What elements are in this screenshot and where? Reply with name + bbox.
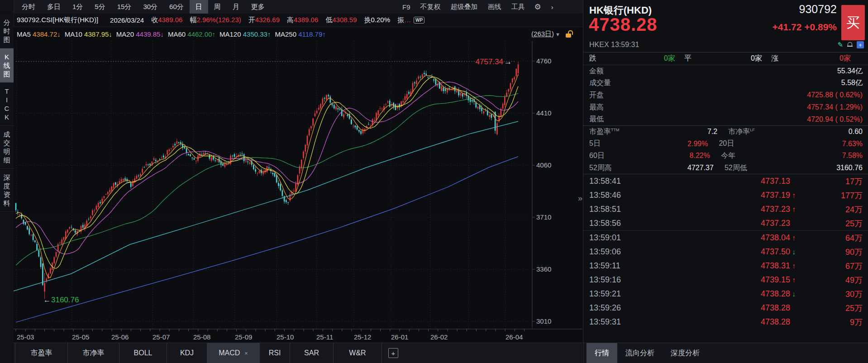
indicator-tab-KDJ[interactable]: KDJ: [167, 343, 207, 363]
date-label: 2026/03/24: [110, 16, 144, 24]
stat-row-成交量: 成交量5.58亿: [583, 77, 868, 90]
stat-row-52周高: 52周高4727.3752周低3160.76: [583, 162, 868, 175]
tick-row: 13:59:164739.15↑49万: [583, 273, 868, 287]
alert-bell-icon[interactable]: [847, 42, 853, 48]
indicator-tab-RSI[interactable]: RSI: [260, 343, 290, 363]
candlestick-chart[interactable]: 47604410406037103360301025-0325-0525-062…: [14, 41, 582, 343]
svg-text:25-06: 25-06: [111, 333, 129, 341]
svg-text:26-01: 26-01: [391, 333, 408, 341]
indicator-tab-市净率[interactable]: 市净率: [68, 343, 119, 363]
arrow-up-icon: ↑: [790, 276, 804, 284]
toolbar-item-超级叠加[interactable]: 超级叠加: [446, 3, 483, 11]
close-icon[interactable]: ×: [244, 350, 248, 357]
svg-text:25-11: 25-11: [316, 333, 333, 341]
edit-icon[interactable]: ✎: [837, 41, 843, 49]
lock-icon[interactable]: [566, 30, 572, 38]
svg-text:4060: 4060: [536, 161, 551, 169]
panel-collapse-handle[interactable]: »: [578, 194, 582, 203]
last-price: 4738.28: [589, 14, 658, 35]
sidebar-item-深度资料[interactable]: 深度资料: [0, 169, 14, 212]
add-watchlist-icon[interactable]: +: [857, 41, 864, 48]
ma-values: MA5 4384.72↓MA10 4387.95↓MA20 4439.85↓MA…: [14, 30, 330, 38]
period-range-label: (263日): [531, 30, 554, 38]
arrow-down-icon: ↓: [790, 248, 804, 256]
svg-text:26-02: 26-02: [430, 333, 448, 341]
gear-icon[interactable]: ⚙: [530, 2, 546, 12]
sidebar-item-K线图[interactable]: K线图: [0, 48, 14, 83]
toolbar-item-画线[interactable]: 画线: [483, 3, 506, 11]
info-幅: 幅2.96%(126.23): [190, 16, 241, 24]
svg-text:←: ←: [43, 296, 51, 304]
sidebar-item-成交明细[interactable]: 成交明细: [0, 126, 14, 169]
wp-icon[interactable]: WP: [414, 17, 424, 24]
sidebar-item-分时图[interactable]: 分时图: [0, 14, 14, 48]
stat-row-5日: 5日2.99%20日7.63%: [583, 138, 868, 150]
indicator-tab-MACD[interactable]: MACD×: [207, 343, 260, 363]
tick-row: 13:59:214738.28↓30万: [583, 287, 868, 301]
quote-header-icons: ✎ +: [837, 41, 864, 49]
period-tab-日[interactable]: 日: [190, 0, 208, 14]
period-range-selector[interactable]: (263日)▼: [531, 30, 560, 38]
period-tab-5分[interactable]: 5分: [89, 0, 111, 14]
add-indicator-button[interactable]: +: [388, 348, 398, 358]
toolbar-item-F9[interactable]: F9: [397, 3, 415, 11]
period-tab-多日[interactable]: 多日: [41, 0, 67, 14]
tick-row: 13:59:314738.289万: [583, 315, 868, 329]
quote-time: 13:59:31: [611, 41, 639, 48]
arrow-up-icon: ↑: [790, 191, 804, 200]
indicator-tab-BOLL[interactable]: BOLL: [119, 343, 167, 363]
period-tab-分时[interactable]: 分时: [16, 0, 41, 14]
tick-row: 13:59:014738.04↑64万: [583, 231, 868, 245]
buy-button[interactable]: 买: [841, 5, 865, 40]
price-change: +41.72 +0.89%: [773, 22, 837, 33]
tick-row: 13:59:064737.50↓90万: [583, 245, 868, 259]
stat-row-市盈率: 市盈率TTM7.2市净率LF0.60: [583, 126, 868, 138]
info-换: 换0.20%: [364, 16, 390, 24]
svg-text:4760: 4760: [536, 57, 551, 65]
info-振: 振…: [397, 16, 411, 24]
svg-text:→: →: [504, 57, 512, 66]
period-tab-周[interactable]: 周: [208, 0, 227, 14]
toolbar-item-不复权[interactable]: 不复权: [415, 3, 446, 11]
tick-row: 13:58:414737.1317万: [583, 174, 868, 188]
ma-value-MA250: MA250 4118.79↑: [275, 30, 325, 38]
period-tab-15分[interactable]: 15分: [111, 0, 138, 14]
panel-tab-流向分析[interactable]: 流向分析: [617, 343, 663, 363]
ma-value-MA20: MA20 4439.85↓: [116, 30, 164, 38]
panel-tab-深度分析[interactable]: 深度分析: [663, 343, 708, 363]
period-tab-60分[interactable]: 60分: [163, 0, 190, 14]
sidebar-item-TICK[interactable]: TICK: [0, 83, 14, 126]
info-bar: 930792.CSI[HK银行(HKD)]2026/03/24收4389.06幅…: [0, 14, 582, 27]
symbol-label: 930792.CSI[HK银行(HKD)]: [17, 16, 98, 24]
svg-text:25-10: 25-10: [277, 333, 294, 341]
panel-tabs: 行情流向分析深度分析: [583, 343, 868, 363]
svg-text:25-12: 25-12: [354, 333, 371, 341]
quote-header: HK银行(HKD) 930792 买 4738.28 +41.72 +0.89%…: [583, 0, 868, 53]
svg-text:3710: 3710: [536, 213, 551, 221]
period-tab-30分[interactable]: 30分: [137, 0, 163, 14]
tick-list[interactable]: 13:58:414737.1317万13:58:464737.19↑177万13…: [583, 174, 868, 329]
period-tab-月[interactable]: 月: [227, 0, 245, 14]
period-tab-更多[interactable]: 更多: [245, 0, 271, 14]
app-root: 分时多日1分5分15分30分60分日周月更多 F9不复权超级叠加画线工具⚙› 9…: [0, 0, 868, 363]
exchange: HKEX: [589, 41, 609, 48]
market-breadth-row: 跌0家平0家涨0家: [583, 53, 868, 65]
indicator-tab-市盈率[interactable]: 市盈率: [15, 343, 68, 363]
stat-row-金额: 金额55.34亿: [583, 65, 868, 77]
panel-tab-行情[interactable]: 行情: [587, 343, 617, 363]
change-percent: +0.89%: [804, 22, 837, 32]
indicator-tab-W&R[interactable]: W&R: [334, 343, 382, 363]
indicator-tab-SAR[interactable]: SAR: [290, 343, 334, 363]
svg-text:3360: 3360: [536, 265, 551, 273]
svg-text:25-08: 25-08: [193, 333, 210, 341]
info-高: 高4389.06: [287, 16, 318, 24]
toolbar-item-工具[interactable]: 工具: [506, 3, 530, 11]
toolbar-right: F9不复权超级叠加画线工具⚙›: [397, 0, 559, 14]
info-低: 低4308.59: [325, 16, 357, 24]
chevron-right-icon[interactable]: ›: [546, 3, 559, 11]
tick-row: 13:59:264738.2825万: [583, 301, 868, 315]
breadth-涨: 涨0家: [771, 54, 851, 63]
chart-area: MA5 4384.72↓MA10 4387.95↓MA20 4439.85↓MA…: [14, 27, 582, 363]
period-tab-1分[interactable]: 1分: [67, 0, 89, 14]
ma-value-MA10: MA10 4387.95↓: [65, 30, 112, 38]
